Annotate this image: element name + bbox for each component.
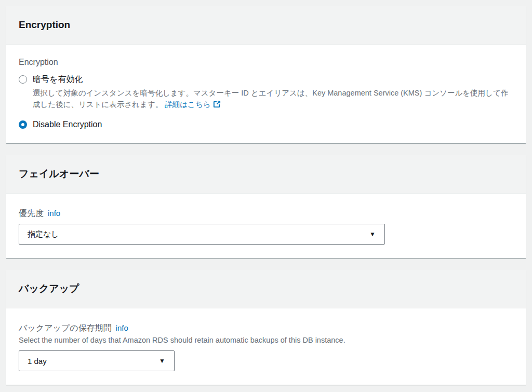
retention-description: Select the number of days that Amazon RD… — [19, 335, 513, 345]
failover-card: フェイルオーバー 優先度 info 指定なし ▼ — [6, 155, 526, 258]
encryption-card-title: Encryption — [19, 18, 513, 32]
radio-selected-icon[interactable] — [19, 120, 27, 129]
learn-more-link[interactable]: 詳細はこちら — [165, 100, 220, 109]
disable-encryption-label[interactable]: Disable Encryption — [33, 119, 102, 130]
external-link-icon — [213, 101, 221, 110]
enable-encryption-label[interactable]: 暗号を有効化 — [33, 74, 83, 85]
retention-info-link[interactable]: info — [116, 323, 128, 332]
encryption-card: Encryption Encryption 暗号を有効化 選択して対象のインスタ… — [6, 6, 526, 143]
priority-info-link[interactable]: info — [48, 209, 60, 218]
retention-select-value: 1 day — [28, 357, 47, 366]
radio-unselected-icon[interactable] — [19, 75, 27, 84]
encryption-field-label: Encryption — [19, 57, 513, 67]
backup-card-title: バックアップ — [19, 282, 513, 295]
retention-select[interactable]: 1 day ▼ — [19, 350, 175, 371]
enable-encryption-description: 選択して対象のインスタンスを暗号化します。マスターキー ID とエイリアスは、K… — [33, 87, 513, 111]
backup-card-header: バックアップ — [6, 270, 526, 308]
backup-card: バックアップ バックアップの保存期間 info Select the numbe… — [6, 270, 526, 385]
page: Encryption Encryption 暗号を有効化 選択して対象のインスタ… — [0, 0, 532, 391]
enable-encryption-description-text: 選択して対象のインスタンスを暗号化します。マスターキー ID とエイリアスは、K… — [33, 89, 508, 109]
failover-card-body: 優先度 info 指定なし ▼ — [6, 194, 526, 258]
failover-card-title: フェイルオーバー — [19, 167, 513, 181]
caret-down-icon: ▼ — [159, 358, 165, 364]
priority-select[interactable]: 指定なし ▼ — [19, 224, 385, 245]
backup-card-body: バックアップの保存期間 info Select the number of da… — [6, 308, 526, 385]
failover-label-row: 優先度 info — [19, 208, 513, 219]
caret-down-icon: ▼ — [369, 231, 376, 237]
priority-field-label: 優先度 — [19, 208, 44, 219]
failover-card-header: フェイルオーバー — [6, 155, 526, 194]
retention-field-label: バックアップの保存期間 — [19, 323, 112, 333]
disable-encryption-option[interactable]: Disable Encryption — [19, 119, 513, 130]
enable-encryption-option[interactable]: 暗号を有効化 — [19, 74, 513, 85]
encryption-card-body: Encryption 暗号を有効化 選択して対象のインスタンスを暗号化します。マ… — [6, 45, 526, 143]
learn-more-label[interactable]: 詳細はこちら — [165, 100, 210, 109]
backup-label-row: バックアップの保存期間 info — [19, 323, 513, 333]
priority-select-value: 指定なし — [28, 229, 59, 239]
encryption-card-header: Encryption — [6, 6, 526, 45]
